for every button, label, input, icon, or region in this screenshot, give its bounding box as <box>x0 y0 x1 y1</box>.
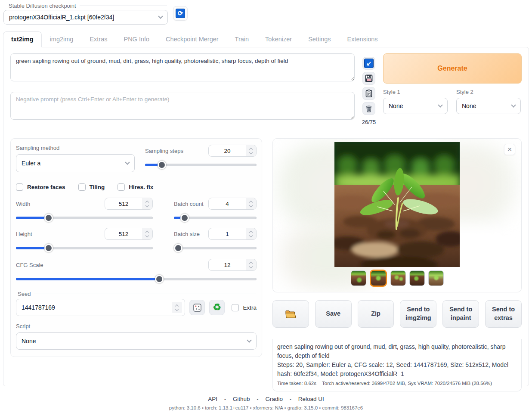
thumbnail-4[interactable] <box>409 270 425 286</box>
arrow-down-left-icon: ↙ <box>364 59 374 68</box>
stepper-buttons[interactable] <box>142 198 152 209</box>
chevron-down-icon <box>125 160 130 165</box>
batch-size-value[interactable] <box>209 231 246 237</box>
checkbox-icon <box>16 183 23 191</box>
apply-style-button[interactable] <box>362 87 375 100</box>
gradio-link[interactable]: Gradio <box>263 396 285 402</box>
time-taken: Time taken: 8.62s <box>277 381 316 386</box>
info-performance-text: Time taken: 8.62s Torch active/reserved:… <box>277 381 517 386</box>
hires-fix-checkbox[interactable]: Hires. fix <box>118 183 153 191</box>
sampling-method-dropdown[interactable]: Euler a <box>16 154 135 172</box>
zip-button[interactable]: Zip <box>358 300 394 328</box>
script-dropdown[interactable]: None <box>16 332 257 350</box>
negative-prompt-input[interactable] <box>10 92 355 120</box>
stepper-buttons[interactable] <box>142 228 152 239</box>
token-counter: 26/75 <box>362 119 376 125</box>
sampling-method-label: Sampling method <box>16 145 135 151</box>
generation-settings-card: Sampling method Euler a Sampling steps <box>10 138 262 357</box>
sampling-steps-value[interactable] <box>209 148 246 154</box>
divider <box>34 294 256 294</box>
tab-png-info[interactable]: PNG Info <box>115 31 158 47</box>
stepper-buttons[interactable] <box>246 259 256 270</box>
extra-seed-checkbox[interactable]: Extra <box>232 304 257 311</box>
checkbox-icon <box>78 183 86 191</box>
prompt-input[interactable]: green sapling rowing out of ground, mud,… <box>10 53 355 81</box>
refresh-checkpoints-button[interactable]: ⟳ <box>173 6 188 21</box>
height-slider[interactable] <box>16 244 153 252</box>
send-to-inpaint-button[interactable]: Send to inpaint <box>442 300 479 328</box>
info-prompt-text: green sapling rowing out of ground, mud,… <box>277 342 517 360</box>
chevron-down-icon <box>511 102 516 107</box>
save-style-button[interactable] <box>362 72 375 85</box>
thumbnail-3[interactable] <box>390 270 406 286</box>
width-slider[interactable] <box>16 214 153 222</box>
tiling-checkbox[interactable]: Tiling <box>78 183 105 191</box>
sampling-steps-label: Sampling steps <box>145 148 183 154</box>
tab-tokenizer[interactable]: Tokenizer <box>257 31 300 47</box>
stepper-buttons[interactable] <box>172 302 182 313</box>
thumbnail-5[interactable] <box>428 270 444 286</box>
tab-checkpoint-merger[interactable]: Checkpoint Merger <box>158 31 227 47</box>
checkpoint-label: Stable Diffusion checkpoint <box>9 3 76 9</box>
sampling-steps-slider[interactable] <box>145 161 257 169</box>
cfg-scale-value[interactable] <box>209 262 246 268</box>
random-seed-button[interactable] <box>189 300 205 315</box>
thumbnail-2-selected[interactable] <box>370 270 387 287</box>
cfg-scale-slider[interactable] <box>16 275 257 283</box>
cfg-scale-label: CFG Scale <box>16 262 43 268</box>
thumbnail-1[interactable] <box>351 270 366 286</box>
trash-icon <box>365 104 373 113</box>
stepper-buttons[interactable] <box>246 228 256 239</box>
checkpoint-bar: Stable Diffusion checkpoint protogenX34O… <box>0 0 532 25</box>
batch-size-number[interactable] <box>208 228 257 240</box>
paste-params-button[interactable]: ↙ <box>362 57 375 70</box>
tab-extensions[interactable]: Extensions <box>339 31 386 47</box>
restore-faces-checkbox[interactable]: Restore faces <box>16 183 65 191</box>
style1-dropdown[interactable]: None <box>383 98 448 114</box>
github-link[interactable]: Github <box>231 396 252 402</box>
cfg-scale-number[interactable] <box>208 259 257 271</box>
script-label: Script <box>16 323 257 329</box>
width-number[interactable] <box>105 198 153 210</box>
save-button[interactable]: Save <box>315 300 352 328</box>
sampling-method-value: Euler a <box>22 160 40 167</box>
style2-dropdown[interactable]: None <box>456 98 521 114</box>
seed-number[interactable] <box>16 299 185 316</box>
tab-img2img[interactable]: img2img <box>42 31 82 47</box>
checkpoint-group: Stable Diffusion checkpoint protogenX34O… <box>3 3 168 25</box>
batch-count-value[interactable] <box>209 201 246 207</box>
height-number[interactable] <box>105 228 153 240</box>
separator: • <box>224 397 226 402</box>
api-link[interactable]: API <box>206 396 219 402</box>
tab-settings[interactable]: Settings <box>300 31 339 47</box>
script-value: None <box>22 338 36 345</box>
generated-image[interactable] <box>334 142 460 267</box>
sampling-steps-number[interactable] <box>208 145 257 157</box>
tab-train[interactable]: Train <box>227 31 257 47</box>
batch-count-number[interactable] <box>208 198 257 210</box>
send-to-extras-button[interactable]: Send to extras <box>485 300 522 328</box>
version-info: python: 3.10.6 • torch: 1.13.1+cu117 • x… <box>0 405 532 410</box>
thumbnail-strip <box>273 270 521 287</box>
reuse-seed-button[interactable]: ♻ <box>209 300 225 315</box>
reload-ui-link[interactable]: Reload UI <box>297 396 326 402</box>
seed-value[interactable] <box>16 304 172 311</box>
width-value[interactable] <box>105 201 142 207</box>
batch-count-label: Batch count <box>174 201 204 207</box>
checkpoint-dropdown[interactable]: protogenX34OfficialR_1.ckpt [60fe2f34] <box>3 10 168 25</box>
height-value[interactable] <box>105 231 142 237</box>
close-gallery-button[interactable]: × <box>504 144 515 155</box>
batch-size-slider[interactable] <box>174 244 257 252</box>
open-folder-button[interactable] <box>272 300 309 328</box>
chevron-down-icon <box>247 338 251 342</box>
batch-count-slider[interactable] <box>174 214 257 222</box>
tab-extras[interactable]: Extras <box>81 31 115 47</box>
send-to-img2img-button[interactable]: Send to img2img <box>400 300 436 328</box>
stepper-buttons[interactable] <box>246 198 256 209</box>
generate-button[interactable]: Generate <box>383 53 522 84</box>
clear-prompt-button[interactable] <box>362 102 375 115</box>
tab-txt2img[interactable]: txt2img <box>3 31 42 47</box>
checkbox-icon <box>232 304 239 311</box>
stepper-buttons[interactable] <box>246 145 256 156</box>
floppy-disk-icon <box>365 74 373 83</box>
